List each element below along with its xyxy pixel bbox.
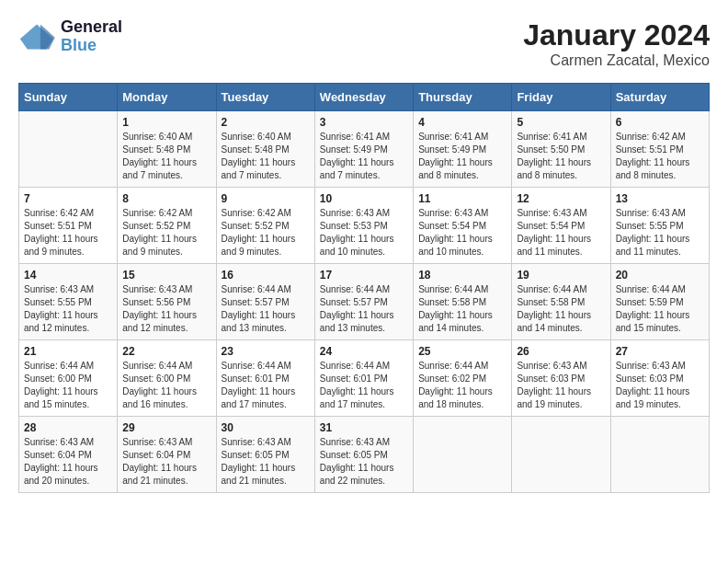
day-info: Sunrise: 6:42 AMSunset: 5:51 PMDaylight:… — [616, 131, 704, 182]
day-info: Sunrise: 6:40 AMSunset: 5:48 PMDaylight:… — [122, 131, 210, 182]
calendar-cell: 7Sunrise: 6:42 AMSunset: 5:51 PMDaylight… — [19, 188, 118, 264]
day-number: 14 — [24, 269, 112, 282]
calendar-table: SundayMondayTuesdayWednesdayThursdayFrid… — [18, 83, 710, 493]
day-info: Sunrise: 6:44 AMSunset: 5:58 PMDaylight:… — [517, 283, 605, 335]
calendar-cell: 9Sunrise: 6:42 AMSunset: 5:52 PMDaylight… — [216, 188, 314, 264]
calendar-cell: 17Sunrise: 6:44 AMSunset: 5:57 PMDayligh… — [314, 264, 413, 340]
day-number: 12 — [517, 192, 605, 205]
calendar-header-row: SundayMondayTuesdayWednesdayThursdayFrid… — [19, 84, 710, 111]
calendar-cell: 19Sunrise: 6:44 AMSunset: 5:58 PMDayligh… — [512, 264, 610, 340]
day-info: Sunrise: 6:42 AMSunset: 5:51 PMDaylight:… — [24, 207, 112, 259]
day-info: Sunrise: 6:43 AMSunset: 5:54 PMDaylight:… — [418, 207, 506, 259]
day-info: Sunrise: 6:44 AMSunset: 5:57 PMDaylight:… — [320, 283, 408, 335]
day-number: 18 — [418, 269, 506, 282]
day-number: 8 — [122, 192, 210, 205]
day-info: Sunrise: 6:44 AMSunset: 6:01 PMDaylight:… — [320, 360, 408, 411]
day-info: Sunrise: 6:41 AMSunset: 5:49 PMDaylight:… — [320, 131, 408, 182]
day-number: 9 — [222, 192, 310, 205]
calendar-week-row: 14Sunrise: 6:43 AMSunset: 5:55 PMDayligh… — [19, 264, 710, 340]
calendar-cell: 18Sunrise: 6:44 AMSunset: 5:58 PMDayligh… — [414, 264, 512, 340]
day-info: Sunrise: 6:44 AMSunset: 6:01 PMDaylight:… — [222, 360, 310, 411]
calendar-cell — [19, 111, 118, 188]
day-number: 5 — [517, 116, 605, 129]
day-info: Sunrise: 6:43 AMSunset: 6:05 PMDaylight:… — [320, 436, 408, 488]
calendar-cell: 27Sunrise: 6:43 AMSunset: 6:03 PMDayligh… — [610, 340, 709, 417]
day-info: Sunrise: 6:43 AMSunset: 6:04 PMDaylight:… — [122, 436, 210, 488]
day-info: Sunrise: 6:43 AMSunset: 6:03 PMDaylight:… — [616, 360, 704, 411]
day-info: Sunrise: 6:42 AMSunset: 5:52 PMDaylight:… — [122, 207, 210, 259]
day-info: Sunrise: 6:43 AMSunset: 5:56 PMDaylight:… — [122, 283, 210, 335]
day-info: Sunrise: 6:43 AMSunset: 5:55 PMDaylight:… — [24, 283, 112, 335]
day-number: 11 — [418, 192, 506, 205]
calendar-cell: 29Sunrise: 6:43 AMSunset: 6:04 PMDayligh… — [118, 417, 216, 493]
day-info: Sunrise: 6:40 AMSunset: 5:48 PMDaylight:… — [222, 131, 310, 182]
day-number: 16 — [222, 269, 310, 282]
day-number: 30 — [222, 421, 310, 434]
calendar-cell: 25Sunrise: 6:44 AMSunset: 6:02 PMDayligh… — [414, 340, 512, 417]
day-number: 21 — [24, 345, 112, 358]
day-number: 13 — [616, 192, 704, 205]
day-number: 22 — [122, 345, 210, 358]
calendar-cell: 5Sunrise: 6:41 AMSunset: 5:50 PMDaylight… — [512, 111, 610, 188]
day-number: 28 — [24, 421, 112, 434]
day-number: 20 — [616, 269, 704, 282]
calendar-cell: 16Sunrise: 6:44 AMSunset: 5:57 PMDayligh… — [216, 264, 314, 340]
calendar-week-row: 1Sunrise: 6:40 AMSunset: 5:48 PMDaylight… — [19, 111, 710, 188]
day-number: 27 — [616, 345, 704, 358]
day-number: 15 — [122, 269, 210, 282]
col-header-sunday: Sunday — [19, 84, 118, 111]
day-number: 19 — [517, 269, 605, 282]
calendar-cell: 15Sunrise: 6:43 AMSunset: 5:56 PMDayligh… — [118, 264, 216, 340]
col-header-thursday: Thursday — [414, 84, 512, 111]
calendar-cell: 11Sunrise: 6:43 AMSunset: 5:54 PMDayligh… — [414, 188, 512, 264]
day-info: Sunrise: 6:43 AMSunset: 5:53 PMDaylight:… — [320, 207, 408, 259]
calendar-cell — [610, 417, 709, 493]
calendar-cell: 8Sunrise: 6:42 AMSunset: 5:52 PMDaylight… — [118, 188, 216, 264]
calendar-cell: 23Sunrise: 6:44 AMSunset: 6:01 PMDayligh… — [216, 340, 314, 417]
title-area: January 2024 Carmen Zacatal, Mexico — [523, 18, 710, 69]
calendar-cell: 6Sunrise: 6:42 AMSunset: 5:51 PMDaylight… — [610, 111, 709, 188]
day-info: Sunrise: 6:44 AMSunset: 5:59 PMDaylight:… — [616, 283, 704, 335]
col-header-tuesday: Tuesday — [216, 84, 314, 111]
col-header-friday: Friday — [512, 84, 610, 111]
day-number: 4 — [418, 116, 506, 129]
day-number: 26 — [517, 345, 605, 358]
day-number: 1 — [122, 116, 210, 129]
col-header-monday: Monday — [118, 84, 216, 111]
calendar-cell: 31Sunrise: 6:43 AMSunset: 6:05 PMDayligh… — [314, 417, 413, 493]
calendar-cell: 24Sunrise: 6:44 AMSunset: 6:01 PMDayligh… — [314, 340, 413, 417]
calendar-week-row: 28Sunrise: 6:43 AMSunset: 6:04 PMDayligh… — [19, 417, 710, 493]
svg-marker-1 — [40, 24, 55, 49]
day-info: Sunrise: 6:43 AMSunset: 6:04 PMDaylight:… — [24, 436, 112, 488]
day-number: 17 — [320, 269, 408, 282]
day-number: 31 — [320, 421, 408, 434]
calendar-cell: 22Sunrise: 6:44 AMSunset: 6:00 PMDayligh… — [118, 340, 216, 417]
calendar-week-row: 7Sunrise: 6:42 AMSunset: 5:51 PMDaylight… — [19, 188, 710, 264]
day-info: Sunrise: 6:43 AMSunset: 5:54 PMDaylight:… — [517, 207, 605, 259]
logo: General Blue — [18, 18, 122, 55]
day-info: Sunrise: 6:44 AMSunset: 5:57 PMDaylight:… — [222, 283, 310, 335]
logo-line1: General — [61, 18, 122, 37]
day-info: Sunrise: 6:42 AMSunset: 5:52 PMDaylight:… — [222, 207, 310, 259]
logo-text: General Blue — [61, 18, 122, 55]
main-title: January 2024 — [523, 18, 710, 52]
calendar-cell: 3Sunrise: 6:41 AMSunset: 5:49 PMDaylight… — [314, 111, 413, 188]
calendar-cell: 28Sunrise: 6:43 AMSunset: 6:04 PMDayligh… — [19, 417, 118, 493]
day-number: 25 — [418, 345, 506, 358]
calendar-cell: 26Sunrise: 6:43 AMSunset: 6:03 PMDayligh… — [512, 340, 610, 417]
day-number: 7 — [24, 192, 112, 205]
day-info: Sunrise: 6:41 AMSunset: 5:49 PMDaylight:… — [418, 131, 506, 182]
logo-line2: Blue — [61, 37, 122, 55]
day-number: 2 — [222, 116, 310, 129]
calendar-cell: 1Sunrise: 6:40 AMSunset: 5:48 PMDaylight… — [118, 111, 216, 188]
day-info: Sunrise: 6:43 AMSunset: 5:55 PMDaylight:… — [616, 207, 704, 259]
day-number: 29 — [122, 421, 210, 434]
calendar-cell: 21Sunrise: 6:44 AMSunset: 6:00 PMDayligh… — [19, 340, 118, 417]
calendar-cell: 2Sunrise: 6:40 AMSunset: 5:48 PMDaylight… — [216, 111, 314, 188]
day-info: Sunrise: 6:41 AMSunset: 5:50 PMDaylight:… — [517, 131, 605, 182]
day-info: Sunrise: 6:43 AMSunset: 6:03 PMDaylight:… — [517, 360, 605, 411]
day-info: Sunrise: 6:44 AMSunset: 6:02 PMDaylight:… — [418, 360, 506, 411]
page-header: General Blue January 2024 Carmen Zacatal… — [18, 18, 710, 69]
calendar-cell: 12Sunrise: 6:43 AMSunset: 5:54 PMDayligh… — [512, 188, 610, 264]
day-number: 6 — [616, 116, 704, 129]
